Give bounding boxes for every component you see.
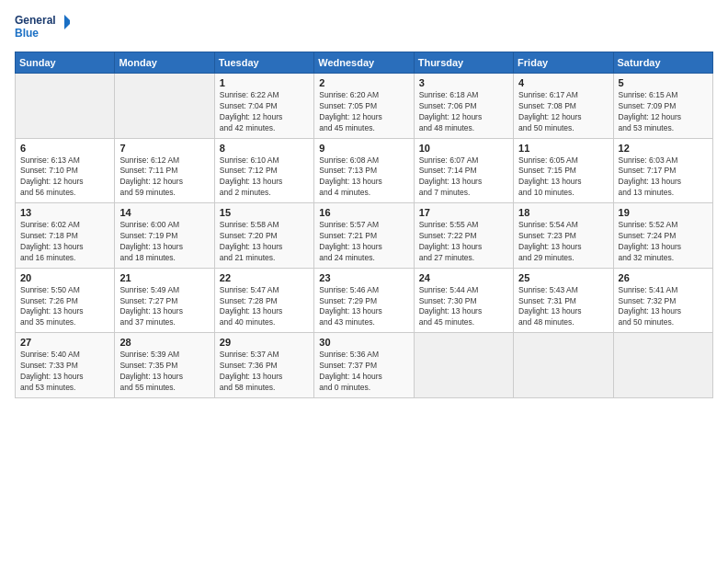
calendar-cell <box>613 333 712 398</box>
day-number: 23 <box>319 272 408 283</box>
day-number: 6 <box>20 143 109 154</box>
calendar-cell: 16Sunrise: 5:57 AM Sunset: 7:21 PM Dayli… <box>314 203 414 269</box>
svg-text:General: General <box>15 14 56 27</box>
page: General Blue SundayMondayTuesdayWednesda… <box>0 0 728 563</box>
calendar-cell: 17Sunrise: 5:55 AM Sunset: 7:22 PM Dayli… <box>414 203 513 269</box>
day-info: Sunrise: 6:18 AM Sunset: 7:06 PM Dayligh… <box>419 90 508 134</box>
calendar-cell: 30Sunrise: 5:36 AM Sunset: 7:37 PM Dayli… <box>314 333 414 398</box>
day-number: 25 <box>518 272 608 283</box>
day-info: Sunrise: 5:43 AM Sunset: 7:31 PM Dayligh… <box>518 285 608 329</box>
days-of-week-header: SundayMondayTuesdayWednesdayThursdayFrid… <box>16 52 713 74</box>
calendar-cell: 5Sunrise: 6:15 AM Sunset: 7:09 PM Daylig… <box>613 74 712 139</box>
day-info: Sunrise: 5:40 AM Sunset: 7:33 PM Dayligh… <box>20 350 109 394</box>
day-number: 14 <box>119 207 209 218</box>
logo: General Blue <box>15 11 70 44</box>
day-number: 10 <box>419 143 508 154</box>
day-info: Sunrise: 6:00 AM Sunset: 7:19 PM Dayligh… <box>119 220 209 264</box>
day-of-week-header: Sunday <box>16 52 115 74</box>
calendar-week-row: 1Sunrise: 6:22 AM Sunset: 7:04 PM Daylig… <box>16 74 713 139</box>
calendar-cell: 1Sunrise: 6:22 AM Sunset: 7:04 PM Daylig… <box>214 74 313 139</box>
day-info: Sunrise: 6:10 AM Sunset: 7:12 PM Dayligh… <box>220 155 309 200</box>
day-number: 17 <box>419 207 508 218</box>
day-of-week-header: Monday <box>115 52 214 74</box>
day-number: 11 <box>518 143 608 154</box>
day-number: 28 <box>119 337 209 348</box>
day-number: 21 <box>119 272 209 283</box>
calendar-cell: 4Sunrise: 6:17 AM Sunset: 7:08 PM Daylig… <box>514 74 613 139</box>
day-info: Sunrise: 6:02 AM Sunset: 7:18 PM Dayligh… <box>20 220 109 264</box>
day-info: Sunrise: 5:57 AM Sunset: 7:21 PM Dayligh… <box>319 220 408 264</box>
calendar-cell: 2Sunrise: 6:20 AM Sunset: 7:05 PM Daylig… <box>314 74 414 139</box>
day-info: Sunrise: 5:41 AM Sunset: 7:32 PM Dayligh… <box>619 285 708 329</box>
day-info: Sunrise: 5:54 AM Sunset: 7:23 PM Dayligh… <box>518 220 608 264</box>
day-number: 15 <box>220 207 309 218</box>
logo-svg: General Blue <box>15 11 70 44</box>
calendar-cell <box>115 74 214 139</box>
day-info: Sunrise: 6:13 AM Sunset: 7:10 PM Dayligh… <box>20 155 109 200</box>
day-info: Sunrise: 6:20 AM Sunset: 7:05 PM Dayligh… <box>319 90 408 134</box>
day-number: 27 <box>20 337 109 348</box>
calendar-cell: 22Sunrise: 5:47 AM Sunset: 7:28 PM Dayli… <box>214 268 313 333</box>
day-number: 1 <box>220 77 309 88</box>
calendar-cell: 18Sunrise: 5:54 AM Sunset: 7:23 PM Dayli… <box>514 203 613 269</box>
calendar-cell: 24Sunrise: 5:44 AM Sunset: 7:30 PM Dayli… <box>414 268 513 333</box>
calendar-cell: 12Sunrise: 6:03 AM Sunset: 7:17 PM Dayli… <box>613 138 712 203</box>
day-number: 19 <box>619 207 708 218</box>
calendar-cell: 19Sunrise: 5:52 AM Sunset: 7:24 PM Dayli… <box>613 203 712 269</box>
day-number: 29 <box>220 337 309 348</box>
day-info: Sunrise: 6:17 AM Sunset: 7:08 PM Dayligh… <box>518 90 608 134</box>
calendar-cell: 15Sunrise: 5:58 AM Sunset: 7:20 PM Dayli… <box>214 203 313 269</box>
calendar-cell: 27Sunrise: 5:40 AM Sunset: 7:33 PM Dayli… <box>16 333 115 398</box>
day-number: 24 <box>419 272 508 283</box>
calendar-week-row: 13Sunrise: 6:02 AM Sunset: 7:18 PM Dayli… <box>16 203 713 269</box>
calendar-cell: 26Sunrise: 5:41 AM Sunset: 7:32 PM Dayli… <box>613 268 712 333</box>
day-number: 2 <box>319 77 408 88</box>
day-info: Sunrise: 5:46 AM Sunset: 7:29 PM Dayligh… <box>319 285 408 329</box>
day-info: Sunrise: 5:36 AM Sunset: 7:37 PM Dayligh… <box>319 350 408 394</box>
day-number: 9 <box>319 143 408 154</box>
calendar-cell: 14Sunrise: 6:00 AM Sunset: 7:19 PM Dayli… <box>115 203 214 269</box>
day-of-week-header: Saturday <box>613 52 712 74</box>
calendar-cell <box>514 333 613 398</box>
day-of-week-header: Tuesday <box>214 52 313 74</box>
day-info: Sunrise: 5:50 AM Sunset: 7:26 PM Dayligh… <box>20 285 109 329</box>
calendar-cell: 13Sunrise: 6:02 AM Sunset: 7:18 PM Dayli… <box>16 203 115 269</box>
calendar-cell: 20Sunrise: 5:50 AM Sunset: 7:26 PM Dayli… <box>16 268 115 333</box>
day-number: 26 <box>619 272 708 283</box>
day-info: Sunrise: 5:52 AM Sunset: 7:24 PM Dayligh… <box>619 220 708 264</box>
calendar-cell: 28Sunrise: 5:39 AM Sunset: 7:35 PM Dayli… <box>115 333 214 398</box>
calendar-cell: 25Sunrise: 5:43 AM Sunset: 7:31 PM Dayli… <box>514 268 613 333</box>
svg-marker-2 <box>64 15 70 29</box>
day-info: Sunrise: 5:37 AM Sunset: 7:36 PM Dayligh… <box>220 350 309 394</box>
day-number: 5 <box>619 77 708 88</box>
day-info: Sunrise: 6:07 AM Sunset: 7:14 PM Dayligh… <box>419 155 508 200</box>
day-info: Sunrise: 6:15 AM Sunset: 7:09 PM Dayligh… <box>619 90 708 134</box>
day-info: Sunrise: 6:08 AM Sunset: 7:13 PM Dayligh… <box>319 155 408 200</box>
calendar-cell: 9Sunrise: 6:08 AM Sunset: 7:13 PM Daylig… <box>314 138 414 203</box>
calendar-cell <box>16 74 115 139</box>
svg-text:Blue: Blue <box>15 27 39 40</box>
day-info: Sunrise: 5:49 AM Sunset: 7:27 PM Dayligh… <box>119 285 209 329</box>
day-number: 7 <box>119 143 209 154</box>
day-info: Sunrise: 6:22 AM Sunset: 7:04 PM Dayligh… <box>220 90 309 134</box>
calendar-week-row: 6Sunrise: 6:13 AM Sunset: 7:10 PM Daylig… <box>16 138 713 203</box>
calendar-cell: 8Sunrise: 6:10 AM Sunset: 7:12 PM Daylig… <box>214 138 313 203</box>
day-info: Sunrise: 5:44 AM Sunset: 7:30 PM Dayligh… <box>419 285 508 329</box>
day-info: Sunrise: 5:39 AM Sunset: 7:35 PM Dayligh… <box>119 350 209 394</box>
calendar-cell: 23Sunrise: 5:46 AM Sunset: 7:29 PM Dayli… <box>314 268 414 333</box>
calendar-cell: 29Sunrise: 5:37 AM Sunset: 7:36 PM Dayli… <box>214 333 313 398</box>
day-of-week-header: Thursday <box>414 52 513 74</box>
calendar-cell: 11Sunrise: 6:05 AM Sunset: 7:15 PM Dayli… <box>514 138 613 203</box>
calendar-body: 1Sunrise: 6:22 AM Sunset: 7:04 PM Daylig… <box>16 74 713 398</box>
day-number: 22 <box>220 272 309 283</box>
calendar-cell: 10Sunrise: 6:07 AM Sunset: 7:14 PM Dayli… <box>414 138 513 203</box>
day-of-week-header: Friday <box>514 52 613 74</box>
day-number: 8 <box>220 143 309 154</box>
day-info: Sunrise: 6:12 AM Sunset: 7:11 PM Dayligh… <box>119 155 209 200</box>
calendar-cell: 21Sunrise: 5:49 AM Sunset: 7:27 PM Dayli… <box>115 268 214 333</box>
calendar-cell <box>414 333 513 398</box>
day-number: 16 <box>319 207 408 218</box>
day-info: Sunrise: 5:55 AM Sunset: 7:22 PM Dayligh… <box>419 220 508 264</box>
calendar-week-row: 27Sunrise: 5:40 AM Sunset: 7:33 PM Dayli… <box>16 333 713 398</box>
day-number: 20 <box>20 272 109 283</box>
